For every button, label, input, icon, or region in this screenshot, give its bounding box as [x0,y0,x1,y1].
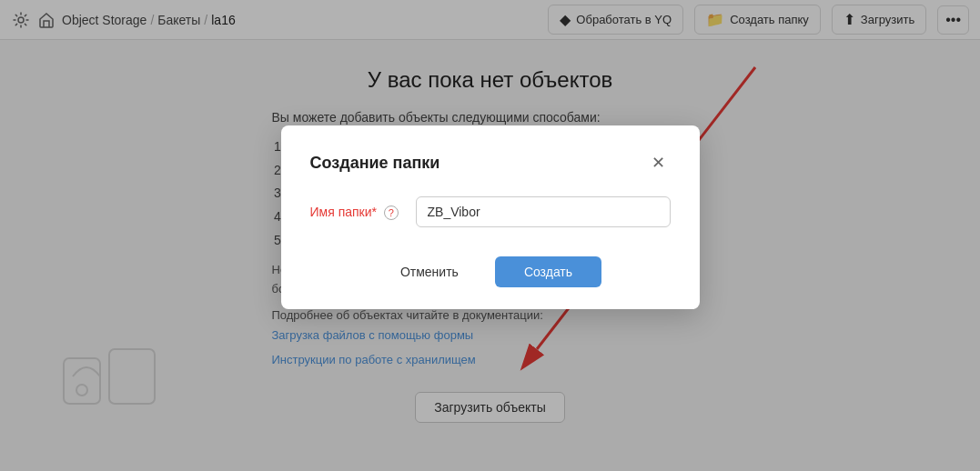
field-label: Имя папки* ? [310,205,401,220]
dialog-title: Создание папки [310,154,440,173]
field-required-mark: * [372,205,377,219]
help-icon[interactable]: ? [384,205,399,220]
dialog-header: Создание папки ✕ [310,151,671,175]
dialog-close-button[interactable]: ✕ [646,151,671,175]
folder-name-field: Имя папки* ? [310,196,671,227]
create-folder-dialog: Создание папки ✕ Имя папки* ? Отменить С… [281,125,700,309]
dialog-actions: Отменить Создать [310,256,671,287]
cancel-button[interactable]: Отменить [379,256,480,287]
create-button[interactable]: Создать [495,256,601,287]
folder-name-input[interactable] [416,196,671,227]
field-label-text: Имя папки [310,205,372,219]
